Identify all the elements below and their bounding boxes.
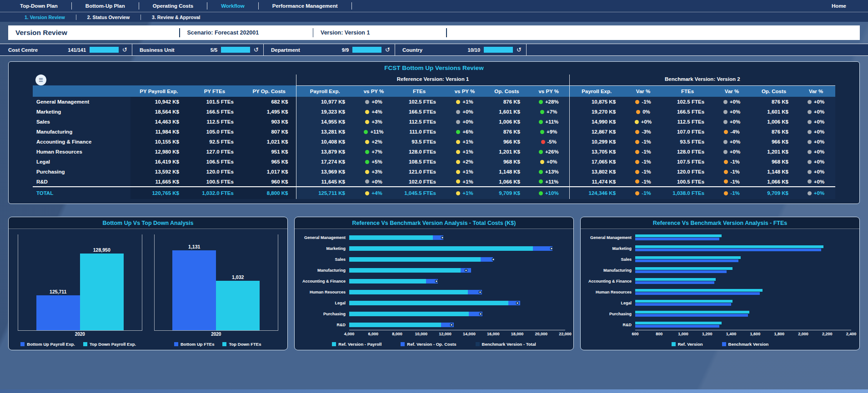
reset-icon[interactable]: ↺: [517, 47, 522, 53]
table-row[interactable]: Sales14,463 K$112.5 FTEs903 K$14,955 K$+…: [33, 117, 835, 127]
bar-track[interactable]: [349, 290, 565, 294]
bar-track[interactable]: [349, 246, 565, 251]
bar-ref-version: [635, 300, 733, 303]
col-header-payroll-exp-4[interactable]: Payroll Exp.: [296, 85, 353, 97]
nav-tab-operating-costs[interactable]: Operating Costs: [139, 0, 207, 12]
bar-row-general-management: General Management: [584, 234, 851, 241]
col-header-ftes-12[interactable]: FTEs: [662, 85, 712, 97]
col-header-vs-py-7[interactable]: vs PY %: [444, 85, 485, 97]
category-label: Manufacturing: [298, 268, 349, 273]
col-header-py-payroll-exp-1[interactable]: PY Payroll Exp.: [130, 85, 187, 97]
legend-item-bottom-up-ftes[interactable]: Bottom Up FTEs: [174, 342, 214, 347]
table-row[interactable]: General Management10,942 K$101.5 FTEs682…: [33, 97, 835, 107]
bar-track[interactable]: [635, 256, 851, 262]
legend-item-top-down-ftes[interactable]: Top Down FTEs: [222, 342, 261, 347]
bar-track[interactable]: [635, 234, 851, 240]
col-header-empty[interactable]: [33, 85, 130, 97]
row-label: Marketing: [33, 107, 130, 117]
bar-track[interactable]: [635, 300, 851, 306]
col-header-py-op-costs-3[interactable]: PY Op. Costs: [242, 85, 296, 97]
bar-benchmark-version: [635, 238, 719, 240]
sub-tab-1-version-review[interactable]: 1. Version Review: [14, 15, 76, 20]
bar-track[interactable]: [349, 268, 565, 273]
nav-tab-top-down-plan[interactable]: Top-Down Plan: [6, 0, 71, 12]
sub-tab-3-review-approval[interactable]: 3. Review & Approval: [141, 15, 211, 20]
table-row[interactable]: Purchasing13,592 K$120.0 FTEs1,017 K$13,…: [33, 167, 835, 177]
chart-body: General ManagementMarketingSalesManufact…: [295, 229, 573, 338]
table-row[interactable]: Legal16,419 K$106.5 FTEs965 K$17,274 K$+…: [33, 157, 835, 167]
nav-tab-performance-management[interactable]: Performance Management: [259, 0, 351, 12]
nav-tab-workflow[interactable]: Workflow: [207, 0, 258, 12]
table-row[interactable]: Marketing18,564 K$166.5 FTEs1,495 K$19,3…: [33, 107, 835, 117]
col-header-py-ftes-2[interactable]: PY FTEs: [187, 85, 242, 97]
bar-track[interactable]: [635, 289, 851, 295]
value-cell: 125,711 K$: [296, 187, 353, 199]
bar-track[interactable]: [635, 311, 851, 317]
table-row[interactable]: R&D11,665 K$100.5 FTEs960 K$11,645 K$+0%…: [33, 177, 835, 187]
filter-slider[interactable]: [90, 47, 119, 53]
nav-tab-bottom-up-plan[interactable]: Bottom-Up Plan: [72, 0, 139, 12]
reset-icon[interactable]: ↺: [254, 47, 259, 53]
bar-bottom-up-ftes[interactable]: 1,131: [172, 244, 216, 330]
sub-tab-2-status-overview[interactable]: 2. Status Overview: [76, 15, 140, 20]
col-header-var-11[interactable]: Var %: [624, 85, 662, 97]
status-dot-orange: [635, 100, 639, 104]
value-cell: 1,032.0 FTEs: [187, 187, 242, 199]
reset-icon[interactable]: ↺: [122, 47, 127, 53]
value-cell: 876 K$: [751, 127, 797, 137]
status-dot-gray: [456, 110, 460, 114]
filter-slider[interactable]: [352, 47, 381, 53]
col-header-var-15[interactable]: Var %: [797, 85, 835, 97]
legend-item-benchmark-version-total[interactable]: Benchmark Version - Total: [476, 342, 536, 347]
col-header-op-costs-8[interactable]: Op. Costs: [485, 85, 528, 97]
bar-track[interactable]: [349, 301, 565, 305]
filter-slider-fill: [90, 47, 119, 53]
bar-track[interactable]: [349, 312, 565, 316]
bar-track[interactable]: [349, 279, 565, 284]
legend-item-bottom-up-payroll-exp[interactable]: Bottom Up Payroll Exp.: [20, 342, 75, 347]
bar-track[interactable]: [635, 322, 851, 328]
col-header-vs-py-5[interactable]: vs PY %: [353, 85, 394, 97]
bar-track[interactable]: [635, 245, 851, 251]
table-title: FCST Bottom Up Versions Review: [9, 62, 859, 75]
variance-cell: +0%: [712, 147, 751, 157]
status-dot-gray: [808, 160, 812, 164]
nav-home-button[interactable]: Home: [832, 3, 846, 9]
axis-tick-label: 2,400: [846, 332, 857, 336]
legend-item-top-down-payroll-exp[interactable]: Top Down Payroll Exp.: [83, 342, 136, 347]
bar-track[interactable]: [349, 235, 565, 240]
bar-top-down-payroll-exp[interactable]: 128,950: [80, 247, 124, 330]
legend-item-benchmark-version[interactable]: Benchmark Version: [722, 342, 769, 347]
bar-track[interactable]: [349, 323, 565, 327]
value-cell: 13,705 K$: [569, 147, 624, 157]
filter-slider[interactable]: [221, 47, 250, 53]
table-row[interactable]: Manufacturing11,984 K$105.0 FTEs807 K$13…: [33, 127, 835, 137]
table-total-row[interactable]: TOTAL120,765 K$1,032.0 FTEs8,800 K$125,7…: [33, 187, 835, 199]
table-row[interactable]: Accounting & Finance10,155 K$92.5 FTEs1,…: [33, 137, 835, 147]
menu-button[interactable]: ☰: [35, 75, 46, 85]
col-header-payroll-exp-10[interactable]: Payroll Exp.: [569, 85, 624, 97]
legend-item-ref-version[interactable]: Ref. Version: [672, 342, 703, 347]
bar-top-down-ftes[interactable]: 1,032: [216, 274, 260, 330]
bar-track[interactable]: [635, 267, 851, 273]
table-row[interactable]: Human Resources12,980 K$127.0 FTEs951 K$…: [33, 147, 835, 157]
category-label: Human Resources: [584, 290, 635, 294]
axis-tick-label: 1,400: [726, 332, 737, 336]
bar-track[interactable]: [635, 278, 851, 284]
col-header-ftes-6[interactable]: FTEs: [394, 85, 444, 97]
filter-bar: Cost Centre141/141↺Business Unit5/5↺Depa…: [0, 44, 868, 56]
bar-bottom-up-payroll-exp[interactable]: 125,711: [36, 289, 80, 330]
bar-track[interactable]: [349, 257, 565, 262]
legend-item-ref-version-payroll[interactable]: Ref. Version - Payroll: [332, 342, 381, 347]
status-dot-yellow: [456, 179, 460, 184]
col-header-op-costs-14[interactable]: Op. Costs: [751, 85, 797, 97]
axis-tick-label: 800: [656, 332, 662, 336]
legend-item-ref-version-op-costs[interactable]: Ref. Version - Op. Costs: [401, 342, 456, 347]
col-header-vs-py-9[interactable]: vs PY %: [528, 85, 569, 97]
col-header-var-13[interactable]: Var %: [712, 85, 751, 97]
reset-icon[interactable]: ↺: [385, 47, 390, 53]
bar-row-general-management: General Management: [298, 234, 565, 241]
category-label: Manufacturing: [584, 268, 635, 273]
benchmark-total-marker: [478, 290, 482, 294]
filter-slider[interactable]: [484, 47, 513, 53]
